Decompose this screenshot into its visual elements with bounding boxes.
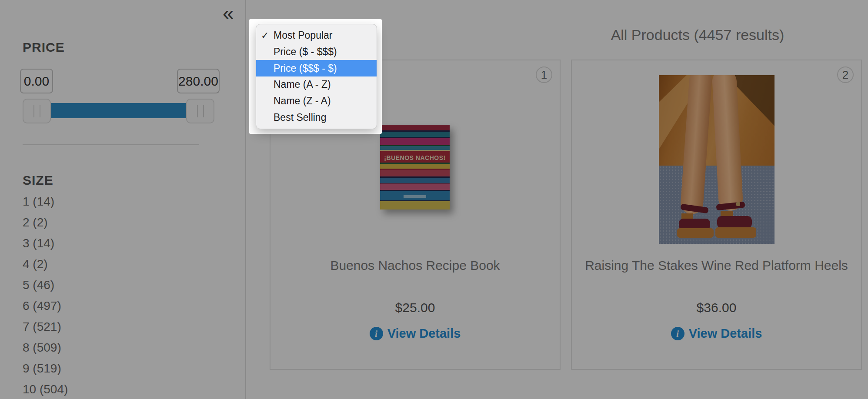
storefront-page: « PRICE 0.00 280.00 SIZE 1 (14) 2 (2) 3 …	[0, 0, 868, 399]
sort-option-label: Name (A - Z)	[274, 79, 331, 90]
sort-option-label: Price ($ - $$$)	[274, 46, 337, 58]
dim-overlay	[0, 0, 868, 399]
sort-option-label: Name (Z - A)	[274, 95, 331, 107]
check-icon: ✓	[261, 30, 269, 41]
sort-option-label: Best Selling	[274, 112, 326, 123]
sort-option-price-asc[interactable]: Price ($ - $$$)	[256, 44, 377, 60]
sort-option-label: Most Popular	[274, 30, 333, 41]
sort-option-label: Price ($$$ - $)	[274, 63, 337, 74]
sort-option-name-za[interactable]: Name (Z - A)	[256, 93, 377, 110]
sort-option-most-popular[interactable]: ✓ Most Popular	[256, 27, 377, 44]
sort-option-name-az[interactable]: Name (A - Z)	[256, 76, 377, 93]
sort-dropdown-menu: ✓ Most Popular Price ($ - $$$) Price ($$…	[256, 24, 377, 129]
sort-option-price-desc[interactable]: Price ($$$ - $)	[256, 60, 377, 76]
sort-option-best-selling[interactable]: Best Selling	[256, 109, 377, 126]
